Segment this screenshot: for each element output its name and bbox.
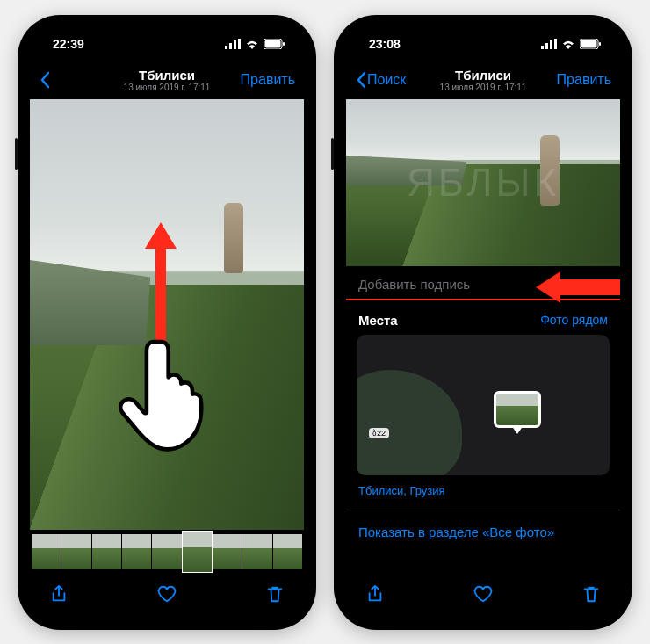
status-time: 22:39 [53, 37, 84, 51]
status-indicators [225, 39, 285, 49]
photo [346, 99, 620, 266]
map-pin[interactable] [494, 391, 541, 428]
signal-icon [541, 39, 557, 49]
edit-button[interactable]: Править [234, 72, 295, 88]
road-label: ბ22 [369, 428, 389, 438]
thumb[interactable] [273, 534, 302, 569]
photo-viewer[interactable] [30, 99, 304, 574]
share-icon [365, 584, 385, 604]
caption-placeholder: Добавить подпись [358, 277, 470, 292]
nearby-photos-link[interactable]: Фото рядом [540, 313, 608, 327]
photo-preview[interactable]: ЯБЛЫК [346, 99, 620, 266]
divider [346, 510, 620, 510]
back-label: Поиск [367, 72, 406, 88]
thumb[interactable] [122, 534, 151, 569]
edit-button[interactable]: Править [550, 72, 611, 88]
share-button[interactable] [365, 584, 385, 607]
places-header: Места Фото рядом [346, 300, 620, 335]
notch [97, 15, 237, 38]
delete-button[interactable] [581, 584, 601, 607]
heart-icon [473, 584, 493, 604]
svg-rect-9 [550, 40, 552, 49]
nav-bar: Тбилиси 13 июля 2019 г. 17:11 Править [30, 61, 304, 99]
nav-title-group: Тбилиси 13 июля 2019 г. 17:11 [100, 68, 234, 92]
thumb[interactable] [32, 534, 61, 569]
delete-button[interactable] [265, 584, 285, 607]
wifi-icon [561, 39, 575, 49]
status-time: 23:08 [369, 37, 401, 51]
signal-icon [225, 39, 241, 49]
svg-rect-7 [541, 46, 544, 49]
notch [413, 15, 553, 38]
thumb[interactable] [152, 534, 181, 569]
photo [30, 99, 304, 574]
nav-subtitle: 13 июля 2019 г. 17:11 [100, 83, 234, 92]
nav-title-group: Тбилиси 13 июля 2019 г. 17:11 [416, 68, 550, 92]
map-preview[interactable]: ბ22 [357, 335, 610, 475]
favorite-button[interactable] [473, 584, 493, 607]
svg-rect-12 [581, 40, 597, 47]
places-heading: Места [358, 313, 398, 328]
nav-bar: Поиск Тбилиси 13 июля 2019 г. 17:11 Прав… [346, 61, 620, 99]
location-link[interactable]: Тбилиси, Грузия [346, 475, 620, 510]
chevron-left-icon [355, 71, 367, 89]
svg-rect-3 [238, 39, 241, 49]
trash-icon [265, 584, 285, 604]
svg-rect-8 [545, 43, 548, 49]
show-in-all-photos[interactable]: Показать в разделе «Все фото» [346, 512, 620, 552]
nav-title: Тбилиси [416, 68, 550, 83]
svg-rect-1 [229, 43, 232, 49]
svg-rect-0 [225, 46, 228, 49]
svg-rect-10 [554, 39, 557, 49]
svg-rect-2 [234, 40, 236, 49]
phone-right: 23:08 Поиск Тбилиси 13 июля 2019 г. 17:1… [334, 15, 632, 630]
toolbar [30, 574, 304, 618]
svg-rect-5 [265, 40, 281, 47]
svg-rect-6 [283, 42, 285, 46]
thumbnail-strip[interactable] [30, 530, 304, 574]
favorite-button[interactable] [157, 584, 177, 607]
thumb[interactable] [92, 534, 121, 569]
trash-icon [581, 584, 601, 604]
thumb-selected[interactable] [183, 532, 212, 572]
phone-left: 22:39 Тбилиси 13 июля 2019 г. 17:11 Прав… [18, 15, 316, 630]
nav-subtitle: 13 июля 2019 г. 17:11 [416, 83, 550, 92]
heart-icon [157, 584, 177, 604]
thumb[interactable] [242, 534, 271, 569]
battery-icon [264, 39, 285, 49]
battery-icon [580, 39, 601, 49]
screen: 23:08 Поиск Тбилиси 13 июля 2019 г. 17:1… [346, 27, 620, 618]
photo-details-panel[interactable]: ЯБЛЫК Добавить подпись Места Фото рядом … [346, 99, 620, 574]
wifi-icon [245, 39, 259, 49]
thumb[interactable] [61, 534, 90, 569]
chevron-left-icon [39, 71, 51, 89]
status-indicators [541, 39, 601, 49]
share-icon [49, 584, 69, 604]
back-button[interactable]: Поиск [355, 71, 416, 89]
screen: 22:39 Тбилиси 13 июля 2019 г. 17:11 Прав… [30, 27, 304, 618]
thumb[interactable] [213, 534, 242, 569]
caption-input[interactable]: Добавить подпись [346, 266, 620, 300]
toolbar [346, 574, 620, 618]
share-button[interactable] [49, 584, 69, 607]
svg-rect-13 [599, 42, 601, 46]
nav-title: Тбилиси [100, 68, 234, 83]
callout-arrow-icon [536, 271, 620, 303]
back-button[interactable] [39, 71, 100, 89]
